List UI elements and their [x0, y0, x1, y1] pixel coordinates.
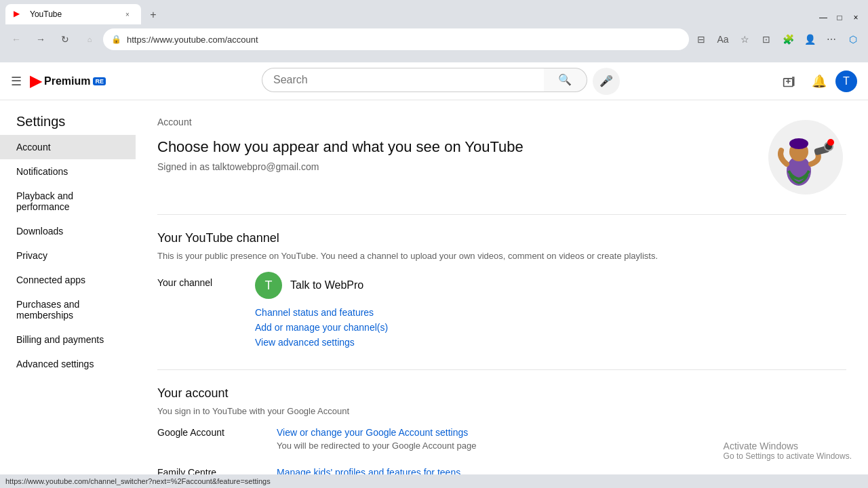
search-button[interactable]: 🔍 — [544, 68, 587, 92]
page-header: Account Choose how you appear and what y… — [157, 117, 846, 198]
yt-premium-badge: RE — [93, 77, 106, 85]
add-channel-link[interactable]: Add or manage your channel(s) — [255, 322, 388, 333]
extensions-icon[interactable]: 🧩 — [778, 30, 797, 49]
channel-links: Channel status and features Add or manag… — [255, 307, 388, 348]
mic-icon: 🎤 — [599, 75, 613, 87]
divider-2 — [157, 369, 846, 370]
sidebar-item-downloads[interactable]: Downloads — [0, 219, 136, 243]
main-content: Settings Account Notifications Playback … — [0, 100, 868, 488]
channel-avatar: T — [255, 272, 282, 299]
channel-name: Talk to WebPro — [290, 279, 363, 291]
page-header-text: Account Choose how you appear and what y… — [157, 117, 524, 188]
url-display: https://www.youtube.com/account — [127, 35, 681, 45]
search-area: 🔍 🎤 — [111, 68, 770, 95]
divider-1 — [157, 214, 846, 215]
new-tab-button[interactable]: + — [144, 5, 163, 24]
page-title: Choose how you appear and what you see o… — [157, 138, 524, 156]
svg-point-3 — [789, 138, 808, 149]
bookmark-icon[interactable]: ☆ — [735, 30, 754, 49]
sidebar-item-account[interactable]: Account — [0, 135, 136, 159]
sidebar-item-label-connected-apps: Connected apps — [16, 274, 85, 285]
logo-area: ☰ ▶ Premium RE — [11, 73, 106, 90]
content-area: Account Choose how you appear and what y… — [136, 100, 868, 488]
youtube-favicon: ▶ — [14, 9, 24, 20]
forward-button[interactable]: → — [30, 28, 52, 50]
edge-icon: ⬡ — [844, 30, 863, 49]
window-close-button[interactable]: × — [849, 11, 863, 24]
sidebar-item-label-purchases: Purchases and memberships — [16, 299, 125, 321]
search-bar: 🔍 — [262, 68, 587, 92]
notifications-icon[interactable]: 🔔 — [806, 68, 833, 95]
home-button: ⌂ — [79, 28, 100, 50]
sidebar-item-privacy[interactable]: Privacy — [0, 243, 136, 268]
advanced-settings-link[interactable]: View advanced settings — [255, 337, 388, 348]
channel-section: Your YouTube channel This is your public… — [157, 231, 846, 348]
status-url: https://www.youtube.com/channel_switcher… — [5, 477, 271, 485]
channel-row-label: Your channel — [157, 272, 239, 288]
hamburger-menu[interactable]: ☰ — [11, 74, 22, 89]
sidebar-item-notifications[interactable]: Notifications — [0, 159, 136, 184]
create-icon[interactable] — [776, 68, 803, 95]
youtube-logo[interactable]: ▶ Premium RE — [30, 73, 106, 90]
browser-profile-icon[interactable]: 👤 — [800, 30, 819, 49]
reload-button[interactable]: ↻ — [54, 28, 76, 50]
header-illustration — [765, 117, 846, 198]
sidebar-item-label-playback: Playback and performance — [16, 190, 125, 212]
google-account-desc: You will be redirected to your Google Ac… — [277, 441, 846, 451]
channel-section-title: Your YouTube channel — [157, 231, 846, 245]
sidebar: Settings Account Notifications Playback … — [0, 100, 136, 488]
tab-title: YouTube — [30, 9, 117, 19]
svg-point-6 — [827, 139, 834, 146]
mic-button[interactable]: 🎤 — [593, 68, 620, 95]
split-view-icon[interactable]: ⊡ — [757, 30, 776, 49]
google-account-label: Google Account — [157, 427, 266, 438]
channel-row: Your channel T Talk to WebPro Channel st… — [157, 272, 846, 348]
reading-mode-icon[interactable]: Aa — [713, 30, 732, 49]
search-input[interactable] — [262, 68, 544, 92]
google-account-row: Google Account View or change your Googl… — [157, 427, 846, 451]
yt-logo-text: Premium — [44, 75, 90, 87]
channel-name-row: T Talk to WebPro — [255, 272, 388, 299]
channel-status-link[interactable]: Channel status and features — [255, 307, 388, 318]
breadcrumb: Account — [157, 117, 524, 127]
window-maximize-button[interactable]: □ — [833, 11, 846, 24]
account-section-desc: You sign in to YouTube with your Google … — [157, 406, 846, 416]
user-avatar[interactable]: T — [835, 70, 857, 92]
sidebar-item-label-privacy: Privacy — [16, 250, 47, 261]
sidebar-item-label-downloads: Downloads — [16, 226, 63, 237]
cast-icon[interactable]: ⊟ — [692, 30, 711, 49]
tab-close-button[interactable]: × — [122, 9, 133, 20]
search-icon: 🔍 — [558, 73, 572, 86]
youtube-header: ☰ ▶ Premium RE 🔍 🎤 🔔 T — [0, 62, 868, 100]
account-section-title: Your account — [157, 386, 846, 401]
status-bar: https://www.youtube.com/channel_switcher… — [0, 474, 868, 488]
yt-logo-icon: ▶ — [30, 73, 41, 90]
address-bar[interactable]: 🔒 https://www.youtube.com/account — [103, 28, 689, 50]
sidebar-item-billing[interactable]: Billing and payments — [0, 327, 136, 352]
back-button[interactable]: ← — [5, 28, 27, 50]
sidebar-item-advanced[interactable]: Advanced settings — [0, 352, 136, 376]
window-minimize-button[interactable]: — — [816, 11, 830, 24]
browser-tab[interactable]: ▶ YouTube × — [5, 4, 141, 24]
signed-in-label: Signed in as talktowebpro@gmail.com — [157, 161, 524, 172]
sidebar-item-label-account: Account — [16, 142, 51, 152]
sidebar-title: Settings — [0, 108, 136, 135]
sidebar-item-label-advanced: Advanced settings — [16, 359, 94, 369]
sidebar-item-purchases[interactable]: Purchases and memberships — [0, 292, 136, 327]
sidebar-item-label-notifications: Notifications — [16, 166, 68, 177]
sidebar-item-playback[interactable]: Playback and performance — [0, 184, 136, 219]
channel-section-desc: This is your public presence on YouTube.… — [157, 251, 846, 261]
sidebar-item-connected-apps[interactable]: Connected apps — [0, 268, 136, 292]
account-section: Your account You sign in to YouTube with… — [157, 386, 846, 488]
channel-info: T Talk to WebPro Channel status and feat… — [255, 272, 388, 348]
google-account-content: View or change your Google Account setti… — [277, 427, 846, 451]
browser-menu-icon[interactable]: ⋯ — [822, 30, 841, 49]
google-account-link[interactable]: View or change your Google Account setti… — [277, 427, 468, 438]
header-actions: 🔔 T — [776, 68, 857, 95]
sidebar-item-label-billing: Billing and payments — [16, 334, 104, 345]
